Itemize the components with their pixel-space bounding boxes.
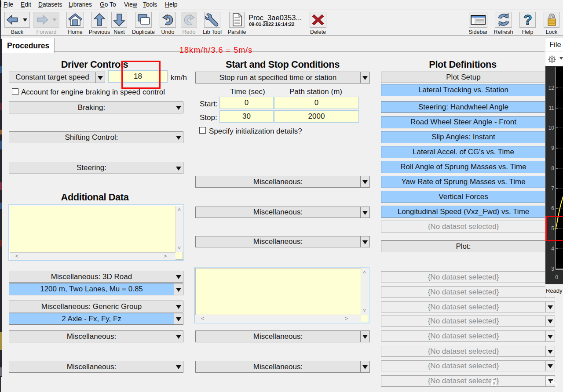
- svg-text:7: 7: [551, 185, 554, 192]
- svg-text:9: 9: [551, 145, 554, 151]
- svg-text:6: 6: [551, 205, 554, 211]
- svg-text:0: 0: [555, 274, 558, 280]
- svg-text:11: 11: [549, 105, 555, 111]
- svg-text:8: 8: [551, 165, 554, 171]
- svg-text:12: 12: [548, 85, 555, 91]
- svg-text:3: 3: [551, 266, 554, 272]
- svg-text:10: 10: [548, 125, 555, 131]
- svg-text:?: ?: [523, 12, 532, 27]
- svg-text:4: 4: [551, 246, 554, 252]
